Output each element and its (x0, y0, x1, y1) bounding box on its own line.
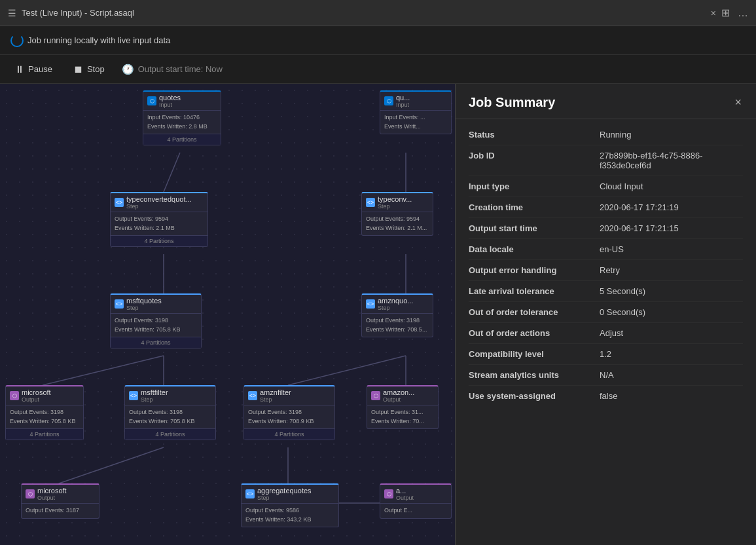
tab-close-button[interactable]: × (711, 8, 716, 18)
node-amznfilter[interactable]: <> amznfilter Step Output Events: 3198 E… (243, 385, 335, 440)
job-summary-panel: Job Summary × StatusRunningJob ID27b899b… (455, 84, 756, 545)
job-summary-row-value: Retry (600, 265, 743, 275)
svg-line-4 (43, 356, 164, 385)
node-quotes2[interactable]: ⬡ qu... Input Input Events: ... Events W… (380, 90, 452, 134)
tab-title: Test (Live Input) - Script.asaql (22, 8, 706, 18)
node-microsoft-out[interactable]: ⬡ microsoft Output Output Events: 3198 E… (5, 385, 84, 440)
job-summary-row-label: Out of order tolerance (469, 307, 600, 317)
node-msftquotes[interactable]: <> msftquotes Step Output Events: 3198 E… (110, 293, 202, 348)
pause-label: Pause (28, 64, 52, 74)
pause-button[interactable]: ⏸ Pause (10, 61, 56, 77)
job-summary-row-label: Data locale (469, 244, 600, 254)
job-summary-row: StatusRunning (469, 124, 743, 145)
job-summary-row-value: Running (600, 130, 743, 140)
more-options-icon[interactable]: … (738, 7, 748, 19)
status-text: Job running locally with live input data (27, 35, 170, 45)
layout-icon[interactable]: ⊞ (721, 7, 730, 19)
title-bar: ☰ Test (Live Input) - Script.asaql × ⊞ … (0, 0, 756, 26)
svg-line-6 (288, 356, 406, 385)
node-msftfilter[interactable]: <> msftfilter Step Output Events: 3198 E… (124, 385, 216, 440)
stop-label: Stop (87, 64, 105, 74)
job-summary-row-value: 27b899bb-ef16-4c75-8886-f353de0cef6d (600, 151, 743, 170)
job-summary-row: Data localeen-US (469, 239, 743, 260)
job-summary-row-label: Creation time (469, 202, 600, 212)
diagram-canvas[interactable]: ⬡ quotes Input Input Events: 10476 Event… (0, 84, 455, 545)
job-summary-row: Out of order tolerance0 Second(s) (469, 302, 743, 323)
node-typeconvertedquot1[interactable]: <> typeconvertedquot... Step Output Even… (110, 192, 208, 247)
job-summary-row-label: Job ID (469, 151, 600, 160)
job-summary-row: Compatibility level1.2 (469, 344, 743, 365)
job-summary-row-label: Late arrival tolerance (469, 286, 600, 296)
job-summary-row-value: 5 Second(s) (600, 286, 743, 296)
job-summary-row-label: Input type (469, 181, 600, 191)
job-summary-row: Creation time2020-06-17 17:21:19 (469, 197, 743, 218)
job-summary-row: Job ID27b899bb-ef16-4c75-8886-f353de0cef… (469, 145, 743, 176)
job-summary-row-label: Status (469, 130, 600, 140)
job-summary-row-label: Compatibility level (469, 349, 600, 359)
job-summary-row-label: Out of order actions (469, 328, 600, 338)
node-typeconvertedquot2[interactable]: <> typeconv... Step Output Events: 9594 … (361, 192, 433, 236)
node-aggregatequotes[interactable]: <> aggregatequotes Step Output Events: 9… (241, 483, 339, 527)
job-summary-row: Use system-assignedfalse (469, 386, 743, 406)
stop-icon: ⏹ (73, 64, 83, 75)
job-summary-row: Out of order actionsAdjust (469, 323, 743, 344)
job-summary-title: Job Summary (469, 95, 555, 110)
job-summary-row-label: Use system-assigned (469, 391, 600, 401)
job-summary-row: Output start time2020-06-17 17:21:15 (469, 218, 743, 239)
job-summary-close-button[interactable]: × (733, 94, 743, 111)
job-summary-table: StatusRunningJob ID27b899bb-ef16-4c75-88… (456, 119, 756, 411)
job-summary-row-label: Output error handling (469, 265, 600, 275)
clock-icon: 🕐 (122, 64, 134, 75)
job-summary-row-value: 0 Second(s) (600, 307, 743, 317)
pause-icon: ⏸ (14, 64, 24, 75)
output-time-label: Output start time: Now (138, 64, 223, 74)
status-bar: Job running locally with live input data (0, 26, 756, 55)
job-summary-row-value: false (600, 391, 743, 401)
menu-icon[interactable]: ☰ (8, 8, 16, 18)
node-quotes1[interactable]: ⬡ quotes Input Input Events: 10476 Event… (143, 90, 221, 145)
job-summary-row-value: en-US (600, 244, 743, 254)
title-bar-actions: ⊞ … (721, 7, 748, 19)
loading-spinner (10, 34, 24, 47)
job-summary-row: Input typeCloud Input (469, 176, 743, 197)
node-microsoft2-out[interactable]: ⬡ microsoft Output Output Events: 3187 (21, 483, 99, 519)
job-summary-row-value: N/A (600, 370, 743, 380)
job-summary-header: Job Summary × (456, 84, 756, 119)
main-area: ⬡ quotes Input Input Events: 10476 Event… (0, 84, 756, 545)
job-summary-row: Stream analytics unitsN/A (469, 365, 743, 386)
node-amazon-out[interactable]: ⬡ amazon... Output Output Events: 31... … (367, 385, 439, 429)
job-summary-row-value: Cloud Input (600, 181, 743, 191)
job-summary-row-label: Stream analytics units (469, 370, 600, 380)
job-summary-row-value: Adjust (600, 328, 743, 338)
node-a3-out[interactable]: ⬡ a... Output Output E... (380, 483, 452, 519)
node-amznquotes[interactable]: <> amznquo... Step Output Events: 3198 E… (361, 293, 433, 337)
job-summary-row-value: 2020-06-17 17:21:19 (600, 202, 743, 212)
job-summary-row: Output error handlingRetry (469, 260, 743, 281)
output-time: 🕐 Output start time: Now (122, 64, 223, 75)
svg-line-8 (59, 447, 164, 483)
svg-line-0 (164, 153, 180, 192)
toolbar: ⏸ Pause ⏹ Stop 🕐 Output start time: Now (0, 55, 756, 84)
stop-button[interactable]: ⏹ Stop (69, 61, 109, 77)
job-summary-row-value: 1.2 (600, 349, 743, 359)
job-summary-row-label: Output start time (469, 223, 600, 233)
job-summary-row: Late arrival tolerance5 Second(s) (469, 281, 743, 302)
job-summary-row-value: 2020-06-17 17:21:15 (600, 223, 743, 233)
